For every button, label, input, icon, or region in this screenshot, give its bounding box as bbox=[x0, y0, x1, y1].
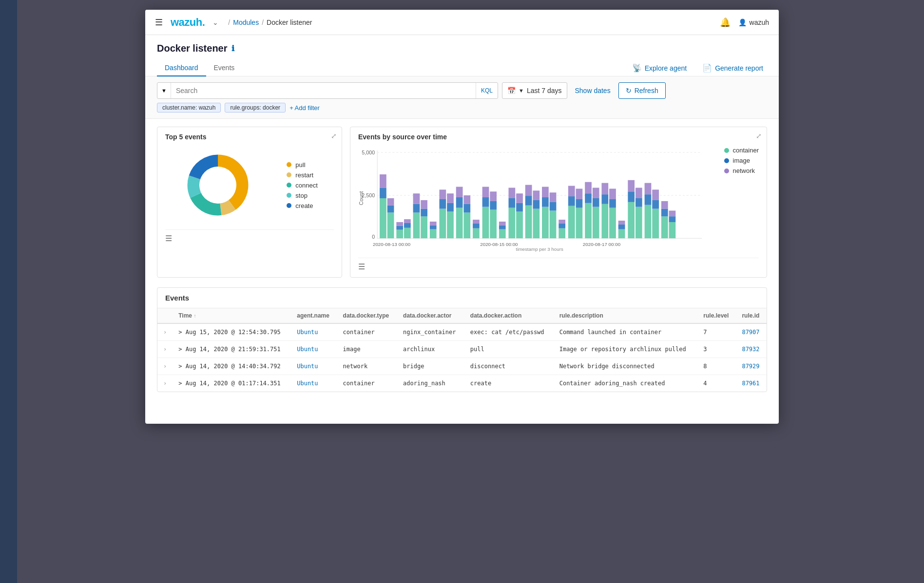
generate-report-button[interactable]: 📄 Generate report bbox=[698, 61, 767, 75]
filter-chip-1[interactable]: rule.groups: docker bbox=[225, 103, 286, 113]
agent-cell-2[interactable]: Ubuntu bbox=[291, 358, 337, 375]
report-icon: 📄 bbox=[702, 63, 712, 73]
agent-cell-3[interactable]: Ubuntu bbox=[291, 375, 337, 392]
legend-network: network bbox=[724, 167, 759, 174]
legend-label-create: create bbox=[295, 202, 313, 209]
top-nav: ☰ wazuh. ⌄ / Modules / Docker listener 🔔… bbox=[145, 10, 779, 35]
time-chart-table-icon[interactable]: ☰ bbox=[358, 262, 365, 271]
col-docker-actor[interactable]: data.docker.actor bbox=[397, 308, 464, 323]
bar-chart-svg-area: 5,000 2,500 0 bbox=[358, 145, 716, 254]
svg-rect-73 bbox=[550, 210, 557, 238]
expand-row-2[interactable]: › bbox=[157, 358, 173, 375]
info-icon[interactable]: ℹ bbox=[231, 44, 234, 53]
search-box[interactable]: ▼ KQL bbox=[157, 82, 498, 99]
legend-label-stop: stop bbox=[295, 192, 308, 199]
user-avatar-icon: 👤 bbox=[738, 19, 747, 26]
svg-rect-60 bbox=[508, 188, 515, 198]
col-docker-action[interactable]: data.docker.action bbox=[464, 308, 554, 323]
svg-text:timestamp per 3 hours: timestamp per 3 hours bbox=[516, 246, 563, 252]
docker-actor-cell-2: bridge bbox=[397, 358, 464, 375]
svg-rect-95 bbox=[609, 199, 616, 208]
main-window: ☰ wazuh. ⌄ / Modules / Docker listener 🔔… bbox=[145, 10, 779, 424]
svg-rect-97 bbox=[618, 229, 625, 239]
docker-type-cell-3: container bbox=[337, 375, 398, 392]
logo-dropdown[interactable]: ⌄ bbox=[212, 19, 218, 26]
svg-rect-20 bbox=[396, 226, 403, 230]
docker-action-cell-2: disconnect bbox=[464, 358, 554, 375]
search-input[interactable] bbox=[171, 87, 476, 94]
tabs: Dashboard Events bbox=[157, 60, 242, 76]
docker-action-cell-3: create bbox=[464, 375, 554, 392]
svg-rect-90 bbox=[593, 188, 599, 198]
docker-type-cell-2: network bbox=[337, 358, 398, 375]
refresh-button[interactable]: ↻ Refresh bbox=[618, 82, 666, 99]
search-icon-btn[interactable]: ▼ bbox=[157, 83, 171, 98]
col-rule-level[interactable]: rule.level bbox=[697, 308, 736, 323]
expand-time-chart-icon[interactable]: ⤢ bbox=[756, 132, 762, 140]
docker-actor-cell-3: adoring_nash bbox=[397, 375, 464, 392]
svg-rect-111 bbox=[652, 189, 659, 200]
rule-id-cell-2[interactable]: 87929 bbox=[736, 358, 767, 375]
tab-events[interactable]: Events bbox=[206, 60, 243, 76]
rule-id-cell-0[interactable]: 87907 bbox=[736, 323, 767, 341]
agent-cell-1[interactable]: Ubuntu bbox=[291, 341, 337, 358]
user-menu[interactable]: 👤 wazuh bbox=[738, 19, 769, 26]
svg-rect-30 bbox=[421, 200, 427, 209]
kql-badge[interactable]: KQL bbox=[476, 83, 498, 98]
svg-rect-62 bbox=[516, 203, 523, 212]
calendar-icon: 📅 bbox=[507, 87, 516, 94]
expand-row-3[interactable]: › bbox=[157, 375, 173, 392]
svg-rect-63 bbox=[516, 193, 523, 203]
svg-rect-36 bbox=[439, 189, 446, 199]
col-rule-id[interactable]: rule.id bbox=[736, 308, 767, 323]
hamburger-icon[interactable]: ☰ bbox=[155, 17, 163, 28]
rule-id-cell-1[interactable]: 87932 bbox=[736, 341, 767, 358]
svg-rect-47 bbox=[473, 224, 480, 228]
col-docker-type[interactable]: data.docker.type bbox=[337, 308, 398, 323]
events-section-title: Events bbox=[157, 288, 767, 308]
legend-label-pull: pull bbox=[295, 161, 305, 169]
events-time-card: Events by source over time ⤢ 5,000 2,500… bbox=[350, 127, 767, 278]
explore-agent-button[interactable]: 📡 Explore agent bbox=[628, 61, 691, 75]
col-agent[interactable]: agent.name bbox=[291, 308, 337, 323]
breadcrumb: / Modules / Docker listener bbox=[228, 19, 312, 26]
agent-cell-0[interactable]: Ubuntu bbox=[291, 323, 337, 341]
svg-rect-87 bbox=[585, 182, 592, 194]
rule-id-cell-3[interactable]: 87961 bbox=[736, 375, 767, 392]
svg-rect-80 bbox=[568, 196, 575, 206]
page-header: Docker listener ℹ Dashboard Events 📡 Exp… bbox=[145, 35, 779, 76]
expand-top5-icon[interactable]: ⤢ bbox=[331, 132, 337, 140]
legend-pull: pull bbox=[287, 161, 318, 169]
time-filter[interactable]: 📅 ▼ Last 7 days bbox=[502, 82, 567, 99]
legend-dot-pull bbox=[287, 162, 291, 167]
svg-rect-28 bbox=[421, 216, 427, 238]
docker-type-cell-1: image bbox=[337, 341, 398, 358]
docker-action-cell-0: exec: cat /etc/passwd bbox=[464, 323, 554, 341]
wazuh-logo: wazuh. bbox=[171, 16, 205, 29]
expand-row-1[interactable]: › bbox=[157, 341, 173, 358]
bar-chart-container: 5,000 2,500 0 bbox=[358, 145, 759, 254]
filter-chip-0[interactable]: cluster.name: wazuh bbox=[157, 103, 221, 113]
legend-connect: connect bbox=[287, 182, 318, 189]
notifications-icon[interactable]: 🔔 bbox=[720, 17, 731, 28]
svg-rect-99 bbox=[618, 221, 625, 225]
col-time[interactable]: Time ↑ bbox=[173, 308, 291, 323]
col-rule-desc[interactable]: rule.description bbox=[554, 308, 698, 323]
expand-row-0[interactable]: › bbox=[157, 323, 173, 341]
svg-text:2020-08-15 00:00: 2020-08-15 00:00 bbox=[480, 242, 518, 247]
show-dates-button[interactable]: Show dates bbox=[571, 87, 615, 94]
main-content: Top 5 events ⤢ bbox=[145, 119, 779, 400]
table-view-icon[interactable]: ☰ bbox=[165, 234, 172, 243]
col-expand bbox=[157, 308, 173, 323]
svg-rect-45 bbox=[463, 195, 470, 204]
breadcrumb-modules[interactable]: Modules bbox=[233, 19, 259, 26]
tab-dashboard[interactable]: Dashboard bbox=[157, 60, 206, 76]
sort-time-icon: ↑ bbox=[193, 313, 196, 319]
svg-rect-27 bbox=[413, 193, 420, 204]
add-filter-button[interactable]: + Add filter bbox=[289, 104, 320, 112]
rule-level-cell-0: 7 bbox=[697, 323, 736, 341]
legend-image: image bbox=[724, 157, 759, 164]
svg-rect-56 bbox=[499, 226, 506, 229]
svg-rect-77 bbox=[558, 224, 565, 228]
svg-rect-112 bbox=[661, 216, 668, 238]
